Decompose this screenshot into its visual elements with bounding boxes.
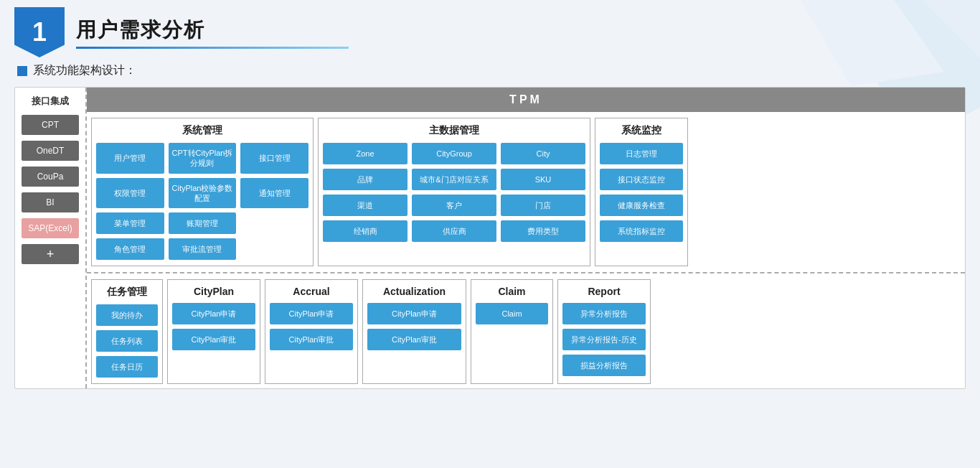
btn-accrual-apply[interactable]: CityPlan申请 [270,303,353,324]
cityplan-list: CityPlan申请 CityPlan审批 [172,303,255,350]
actualization-title: Actualization [367,286,461,297]
top-section: 系统管理 用户管理 CPT转CityPlan拆分规则 接口管理 权限管理 Cit… [87,112,965,273]
btn-cityplan-apply[interactable]: CityPlan申请 [172,303,255,324]
btn-cost-type[interactable]: 费用类型 [501,220,585,242]
accrual-list: CityPlan申请 CityPlan审批 [270,303,353,350]
btn-store[interactable]: 门店 [501,195,585,216]
page-title: 用户需求分析 [76,17,966,44]
module-actualization: Actualization CityPlan申请 CityPlan审批 [362,279,466,384]
cityplan-title: CityPlan [172,286,255,297]
master-data-title: 主数据管理 [323,124,585,137]
system-management-title: 系统管理 [96,124,308,137]
sidebar-item-cpt[interactable]: CPT [22,115,79,135]
btn-menu-mgmt[interactable]: 菜单管理 [96,212,164,234]
module-claim: Claim Claim [471,279,553,384]
claim-title: Claim [476,286,548,297]
btn-health-check[interactable]: 健康服务检查 [600,195,683,216]
title-block: 用户需求分析 [76,17,966,49]
task-title: 任务管理 [96,286,158,299]
btn-interface-status[interactable]: 接口状态监控 [600,169,683,190]
section-label: 系统功能架构设计： [17,63,966,78]
btn-task-list[interactable]: 任务列表 [96,330,158,352]
section-label-text: 系统功能架构设计： [33,63,136,78]
btn-interface-mgmt[interactable]: 接口管理 [240,143,308,174]
sys-monitor-list: 日志管理 接口状态监控 健康服务检查 系统指标监控 [600,143,683,242]
btn-channel[interactable]: 渠道 [323,195,407,216]
btn-claim[interactable]: Claim [476,303,548,324]
btn-task-calendar[interactable]: 任务日历 [96,356,158,378]
empty-cell-1 [240,212,308,234]
master-data-grid: Zone CityGroup City 品牌 城市&门店对应关系 SKU 渠道 … [323,143,585,242]
btn-log-mgmt[interactable]: 日志管理 [600,143,683,164]
sys-monitor-title: 系统监控 [600,124,683,137]
btn-supplier[interactable]: 供应商 [412,220,496,242]
btn-report-anomaly[interactable]: 异常分析报告 [562,303,646,324]
module-report: Report 异常分析报告 异常分析报告-历史 损益分析报告 [557,279,651,384]
btn-cpt-cityplan[interactable]: CPT转CityPlan拆分规则 [169,143,237,174]
btn-brand[interactable]: 品牌 [323,169,407,190]
content-wrapper: TPM 系统管理 用户管理 CPT转CityPlan拆分规则 接口管理 权限管理… [87,88,965,388]
section-marker [17,66,27,76]
btn-zone[interactable]: Zone [323,143,407,164]
btn-actualization-approve[interactable]: CityPlan审批 [367,329,461,350]
btn-cityplan-approve[interactable]: CityPlan审批 [172,329,255,350]
btn-role-mgmt[interactable]: 角色管理 [96,238,164,260]
btn-actualization-apply[interactable]: CityPlan申请 [367,303,461,324]
btn-city-store[interactable]: 城市&门店对应关系 [412,169,496,190]
btn-user-mgmt[interactable]: 用户管理 [96,143,164,174]
btn-city[interactable]: City [501,143,585,164]
sidebar-item-plus[interactable]: + [22,244,79,264]
module-accrual: Accrual CityPlan申请 CityPlan审批 [265,279,358,384]
module-sys-monitor: 系统监控 日志管理 接口状态监控 健康服务检查 系统指标监控 [595,118,688,266]
btn-perm-mgmt[interactable]: 权限管理 [96,178,164,209]
module-task: 任务管理 我的待办 任务列表 任务日历 [91,279,163,384]
btn-period-mgmt[interactable]: 账期管理 [169,212,237,234]
sidebar-block: 接口集成 CPT OneDT CouPa BI SAP(Excel) + [15,88,87,388]
task-list: 我的待办 任务列表 任务日历 [96,304,158,378]
empty-cell-2 [240,238,308,260]
btn-report-pnl[interactable]: 损益分析报告 [562,355,646,376]
module-cityplan: CityPlan CityPlan申请 CityPlan审批 [167,279,260,384]
title-underline [76,47,349,49]
btn-notify-mgmt[interactable]: 通知管理 [240,178,308,209]
btn-sku[interactable]: SKU [501,169,585,190]
number-badge: 1 [14,7,65,57]
btn-citygroup[interactable]: CityGroup [412,143,496,164]
btn-approval-flow[interactable]: 审批流管理 [169,238,237,260]
actualization-list: CityPlan申请 CityPlan审批 [367,303,461,350]
bottom-section: 任务管理 我的待办 任务列表 任务日历 CityPlan CityPlan申请 … [87,273,965,388]
sidebar-item-coupa[interactable]: CouPa [22,167,79,187]
module-master-data: 主数据管理 Zone CityGroup City 品牌 城市&门店对应关系 S… [318,118,590,266]
claim-list: Claim [476,303,548,324]
sidebar-item-onedt[interactable]: OneDT [22,141,79,161]
main-diagram: 接口集成 CPT OneDT CouPa BI SAP(Excel) + TPM… [14,87,966,389]
btn-accrual-approve[interactable]: CityPlan审批 [270,329,353,350]
sidebar-title: 接口集成 [32,95,69,108]
system-management-grid: 用户管理 CPT转CityPlan拆分规则 接口管理 权限管理 CityPlan… [96,143,308,260]
sidebar-item-sap[interactable]: SAP(Excel) [22,218,79,238]
tpm-header: TPM [87,88,965,112]
page-header: 1 用户需求分析 [14,7,966,57]
btn-report-anomaly-hist[interactable]: 异常分析报告-历史 [562,329,646,350]
btn-customer[interactable]: 客户 [412,195,496,216]
module-system-management: 系统管理 用户管理 CPT转CityPlan拆分规则 接口管理 权限管理 Cit… [91,118,314,266]
report-title: Report [562,286,646,297]
btn-cityplan-verify[interactable]: CityPlan校验参数配置 [169,178,237,209]
btn-dealer[interactable]: 经销商 [323,220,407,242]
report-list: 异常分析报告 异常分析报告-历史 损益分析报告 [562,303,646,376]
btn-my-todo[interactable]: 我的待办 [96,304,158,326]
sidebar-item-bi[interactable]: BI [22,192,79,212]
btn-sys-metrics[interactable]: 系统指标监控 [600,220,683,242]
accrual-title: Accrual [270,286,353,297]
